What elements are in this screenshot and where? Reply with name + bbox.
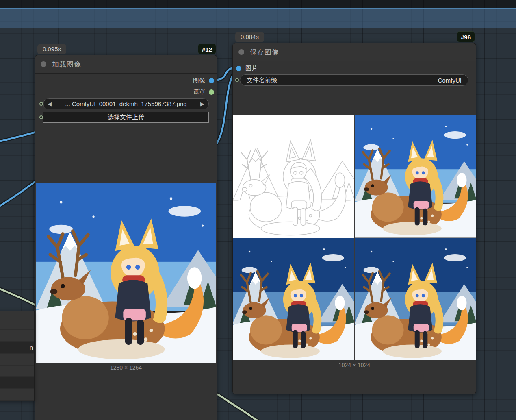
partial-widget-row[interactable]: n [0, 342, 34, 353]
node-graph-canvas[interactable]: 0.095s #12 加载图像 图像 遮罩 ◀ ... ComfyUI_0000… [0, 0, 516, 420]
image-slot-dot-icon[interactable] [209, 78, 214, 83]
combo-value: ... ComfyUI_00001_dekmh_1755967387.png [52, 100, 200, 107]
node-load-image[interactable]: 0.095s #12 加载图像 图像 遮罩 ◀ ... ComfyUI_0000… [35, 55, 217, 420]
collapse-dot-icon[interactable] [238, 49, 244, 55]
saved-images-grid [233, 115, 476, 360]
preview-artwork [355, 238, 476, 361]
loaded-image-preview [36, 183, 216, 363]
top-dark-strip [0, 0, 516, 8]
widget-input-ring-icon[interactable] [235, 78, 239, 82]
image-dimensions-caption: 1280 × 1264 [35, 364, 217, 371]
execution-time-badge: 0.084s [235, 32, 264, 42]
output-slot-mask[interactable]: 遮罩 [193, 87, 214, 97]
partial-widget-row[interactable] [0, 354, 34, 365]
node-save-image[interactable]: 0.084s #96 保存图像 图片 文件名前缀 ComfyUI [232, 43, 476, 394]
execution-time-badge: 0.095s [37, 44, 66, 54]
saved-image-preview [355, 238, 476, 361]
partial-widget-row[interactable] [0, 377, 34, 388]
link-mask-bottom [218, 394, 264, 420]
group-band [0, 8, 516, 28]
preview-artwork [355, 115, 476, 238]
image-file-combo[interactable]: ◀ ... ComfyUI_00001_dekmh_1755967387.png… [43, 98, 209, 109]
preview-artwork-sketch [233, 115, 354, 238]
mask-slot-dot-icon[interactable] [209, 89, 214, 95]
preview-artwork [36, 183, 216, 363]
combo-next-icon[interactable]: ▶ [200, 101, 204, 107]
partial-widget-row[interactable] [0, 311, 34, 329]
widget-label: 文件名前缀 [247, 76, 277, 84]
node-title: 加载图像 [52, 60, 81, 69]
node-titlebar[interactable]: 保存图像 [233, 43, 476, 61]
image-slot-dot-icon[interactable] [236, 66, 241, 71]
widget-input-ring-icon[interactable] [39, 115, 43, 119]
node-id-badge: #96 [457, 31, 475, 42]
collapse-dot-icon[interactable] [41, 61, 46, 67]
input-slot-images[interactable]: 图片 [236, 63, 258, 73]
partial-widget-value: n [30, 344, 33, 351]
node-titlebar[interactable]: 加载图像 [35, 55, 217, 74]
widget-value: ComfyUI [438, 77, 462, 84]
choose-file-upload-button[interactable]: 选择文件上传 [43, 112, 209, 123]
combo-prev-icon[interactable]: ◀ [48, 101, 52, 107]
partial-widget-row[interactable] [0, 330, 34, 341]
node-title: 保存图像 [250, 48, 279, 57]
widget-input-ring-icon[interactable] [39, 102, 43, 106]
partial-widget-row[interactable] [0, 366, 34, 376]
image-dimensions-caption: 1024 × 1024 [233, 362, 476, 368]
filename-prefix-widget[interactable]: 文件名前缀 ComfyUI [240, 74, 468, 86]
partial-widget-row[interactable] [0, 389, 34, 400]
partial-node-left-edge[interactable]: n [0, 311, 35, 401]
preview-artwork [233, 238, 354, 361]
node-id-badge: #12 [198, 44, 216, 54]
saved-image-preview [233, 115, 354, 238]
output-slot-image[interactable]: 图像 [193, 76, 214, 85]
saved-image-preview [233, 238, 354, 361]
output-label: 图像 [193, 77, 205, 85]
saved-image-preview [355, 115, 476, 238]
input-label: 图片 [245, 65, 258, 72]
output-label: 遮罩 [193, 88, 205, 96]
